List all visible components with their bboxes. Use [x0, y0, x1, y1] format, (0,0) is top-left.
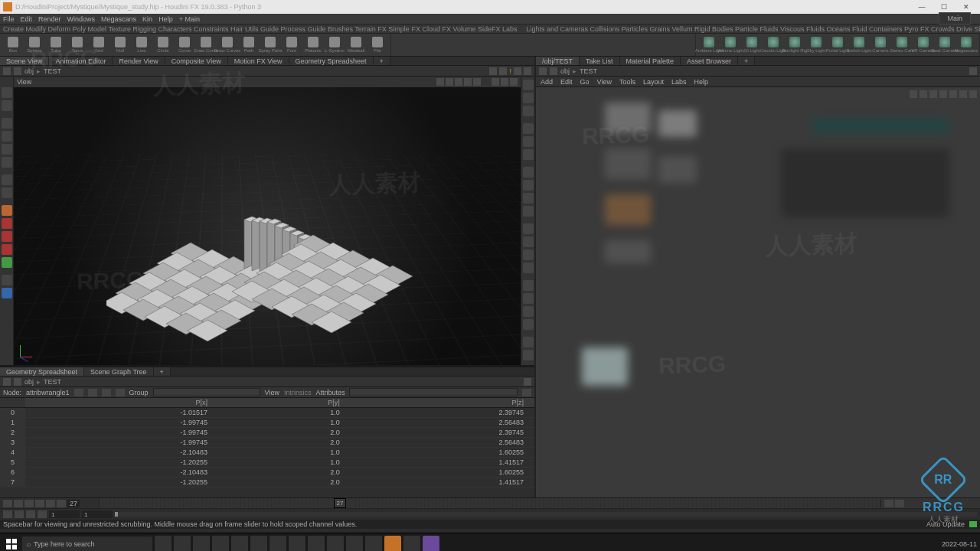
disp-icon[interactable]: [492, 78, 499, 86]
shelf-circle[interactable]: Circle: [152, 35, 174, 55]
view-tool[interactable]: [2, 174, 12, 185]
taskbar-houdini[interactable]: [384, 536, 401, 552]
range-end[interactable]: 1: [82, 510, 113, 518]
sel-obj-icon[interactable]: [436, 78, 444, 86]
item--main[interactable]: + Main: [179, 15, 200, 23]
tab-scene-graph-tree[interactable]: Scene Graph Tree: [84, 367, 154, 376]
global-icon[interactable]: [38, 510, 47, 518]
maximize-button[interactable]: ☐: [933, 1, 955, 13]
item-add[interactable]: Add: [541, 78, 553, 86]
filter-icon[interactable]: [522, 389, 531, 396]
detail-class-icon[interactable]: [116, 389, 125, 396]
taskbar-app-5[interactable]: [270, 536, 286, 552]
ghost-icon[interactable]: [523, 93, 534, 103]
gamma-icon[interactable]: [523, 337, 534, 347]
shelf-l-system[interactable]: L-System: [324, 35, 345, 55]
shelf-stereo-cam[interactable]: Stereo Cam: [891, 35, 913, 55]
table-row[interactable]: 3-1.997452.02.56483: [0, 438, 534, 448]
fwd-icon[interactable]: [14, 67, 21, 75]
shelf-line[interactable]: Line: [131, 35, 152, 55]
shelf-null[interactable]: Null: [109, 35, 131, 55]
shelf-box[interactable]: Box: [2, 35, 24, 55]
back-icon[interactable]: [3, 378, 11, 386]
wire-toggle-icon[interactable]: [523, 167, 534, 178]
table-row[interactable]: 0-1.015171.02.39745: [0, 408, 534, 418]
tab-material-palette[interactable]: Material Palette: [620, 57, 681, 65]
minimize-button[interactable]: —: [911, 1, 933, 13]
network-view[interactable]: [536, 87, 980, 497]
back-icon[interactable]: [3, 67, 11, 75]
range-start[interactable]: 1: [49, 510, 80, 518]
taskbar-search[interactable]: ⌕ Type here to search: [22, 536, 152, 552]
table-row[interactable]: 1-1.997451.02.56483: [0, 418, 534, 428]
star-icon[interactable]: [489, 67, 497, 75]
vis-icon[interactable]: [2, 288, 12, 298]
scale-tool[interactable]: [2, 157, 12, 168]
tab-take-list[interactable]: Take List: [580, 57, 620, 65]
render-icon[interactable]: [499, 67, 507, 75]
item-help[interactable]: Help: [158, 15, 173, 23]
crumb-node[interactable]: TEST: [44, 67, 61, 75]
cplane-icon[interactable]: [2, 275, 12, 285]
move-tool[interactable]: [2, 131, 12, 142]
primnum-icon[interactable]: [523, 262, 534, 273]
sel-edge-icon[interactable]: [455, 78, 462, 86]
lasso-tool[interactable]: [2, 100, 12, 111]
shelf-grid[interactable]: Grid: [88, 35, 109, 55]
item-go[interactable]: Go: [580, 78, 590, 86]
snap-multi-icon[interactable]: [2, 257, 12, 268]
disp-opt-icon[interactable]: [523, 80, 534, 90]
spreadsheet-table[interactable]: P[x]P[y]P[z]0-1.015171.02.397451-1.99745…: [0, 398, 534, 497]
pt-class-icon[interactable]: [74, 389, 83, 396]
normals-icon[interactable]: [523, 249, 534, 260]
shelf-megascans[interactable]: Megascans: [956, 35, 977, 55]
table-row[interactable]: 6-2.104832.01.60255: [0, 468, 534, 478]
fwd-icon[interactable]: [14, 378, 21, 386]
shelf-sunlight-rig[interactable]: Sunlight Rig: [784, 35, 805, 55]
tab-animation-editor[interactable]: Animation Editor: [49, 57, 113, 65]
tab-asset-browser[interactable]: Asset Browser: [681, 57, 738, 65]
current-frame[interactable]: 27: [67, 500, 80, 507]
crumb-level[interactable]: obj: [24, 67, 34, 75]
xray-icon[interactable]: [523, 206, 534, 217]
taskbar-premiere[interactable]: [423, 536, 439, 552]
item-render[interactable]: Render: [38, 15, 61, 23]
tab--[interactable]: +: [374, 57, 390, 65]
shelf-path[interactable]: Path: [238, 35, 260, 55]
shelf-camera[interactable]: Camera: [870, 35, 891, 55]
material-icon[interactable]: [523, 193, 534, 204]
table-row[interactable]: 2-1.997452.02.39745: [0, 428, 534, 438]
timeline-scrub[interactable]: 27: [100, 498, 880, 508]
play-button[interactable]: [35, 500, 44, 507]
last-frame-button[interactable]: [57, 500, 66, 507]
key-icon[interactable]: [895, 500, 904, 507]
shelf-font[interactable]: Font: [281, 35, 302, 55]
taskbar-app-8[interactable]: [327, 536, 344, 552]
shelf-portal-light[interactable]: Portal Light: [827, 35, 848, 55]
item-file[interactable]: File: [3, 15, 15, 23]
tab-scene-view[interactable]: Scene View: [0, 57, 49, 65]
group-field[interactable]: [153, 388, 260, 396]
item-layout[interactable]: Layout: [643, 78, 664, 86]
taskbar-app-4[interactable]: [250, 536, 267, 552]
cam-icon[interactable]: [523, 123, 534, 134]
shelf-draw-curves[interactable]: Draw Curves: [217, 35, 238, 55]
desktop-label[interactable]: Main: [939, 12, 971, 24]
light-icon[interactable]: [523, 136, 534, 147]
tab-geometry-spreadsheet[interactable]: Geometry Spreadsheet: [289, 57, 374, 65]
taskbar-app-3[interactable]: [231, 536, 248, 552]
shelf-spray-paint[interactable]: Spray Paint: [260, 35, 281, 55]
attrs-field[interactable]: [349, 388, 518, 396]
tab-geometry-spreadsheet[interactable]: Geometry Spreadsheet: [0, 367, 84, 376]
item-windows[interactable]: Windows: [67, 15, 96, 23]
range-lock-icon[interactable]: [884, 500, 893, 507]
taskbar-app-2[interactable]: [193, 536, 210, 552]
select-tool[interactable]: [2, 87, 12, 98]
audio-icon[interactable]: [15, 510, 24, 518]
item-kin[interactable]: Kin: [142, 15, 152, 23]
fwd-icon[interactable]: [550, 67, 557, 75]
bg-icon[interactable]: [523, 293, 534, 304]
item-help[interactable]: Help: [694, 78, 708, 86]
shelf-switch-light[interactable]: Switch Light: [848, 35, 870, 55]
sel-prim-icon[interactable]: [464, 78, 472, 86]
